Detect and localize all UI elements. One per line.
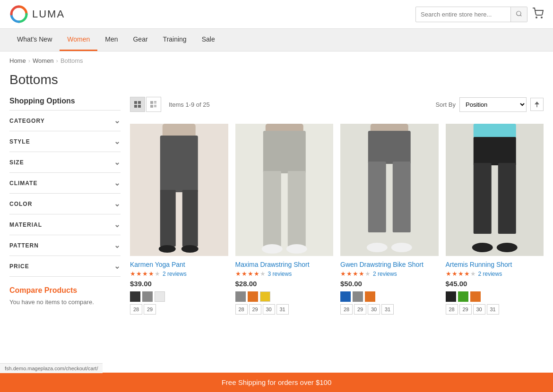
star-1: ★ [340, 270, 346, 277]
filter-group-size: SIZE ⌄ [9, 152, 121, 173]
star-3: ★ [248, 270, 253, 277]
filter-group-color: COLOR ⌄ [9, 194, 121, 214]
filter-groups: CATEGORY ⌄ STYLE ⌄ SIZE ⌄ CLIMATE ⌄ COLO… [9, 111, 121, 277]
size-swatch-0[interactable]: 28 [340, 304, 353, 315]
grid-icon [134, 101, 141, 108]
size-swatch-2[interactable]: 30 [473, 304, 485, 315]
svg-rect-8 [138, 105, 141, 108]
main-nav: What's NewWomenMenGearTrainingSale [0, 29, 553, 51]
size-swatch-0[interactable]: 28 [130, 304, 142, 315]
svg-point-32 [367, 243, 388, 252]
color-swatches [446, 291, 544, 302]
compare-title: Compare Products [9, 286, 121, 295]
filter-group-price: PRICE ⌄ [9, 256, 121, 277]
products-area: Items 1-9 of 25 Sort By Position Product… [130, 97, 544, 315]
product-grid: Karmen Yoga Pant ★★★★★ 2 reviews $39.00 … [130, 124, 544, 315]
logo-icon [9, 5, 28, 24]
size-swatch-0[interactable]: 28 [446, 304, 458, 315]
size-swatch-3[interactable]: 31 [487, 304, 499, 315]
reviews-link[interactable]: 2 reviews [478, 271, 502, 277]
stars-row: ★★★★★ 2 reviews [446, 270, 544, 277]
sort-direction-button[interactable] [530, 98, 544, 111]
product-image-wrap[interactable] [130, 124, 228, 256]
filter-header-climate[interactable]: CLIMATE ⌄ [9, 173, 121, 193]
filter-chevron-price: ⌄ [114, 262, 121, 271]
color-swatch-0[interactable] [340, 291, 351, 302]
size-swatch-2[interactable]: 30 [368, 304, 380, 315]
size-swatch-1[interactable]: 29 [249, 304, 261, 315]
color-swatch-0[interactable] [235, 291, 246, 302]
list-view-button[interactable] [146, 97, 161, 112]
size-swatch-0[interactable]: 28 [235, 304, 248, 315]
header-right [415, 7, 544, 22]
filter-chevron-color: ⌄ [114, 199, 121, 208]
star-2: ★ [452, 270, 458, 277]
size-swatch-1[interactable]: 29 [354, 304, 366, 315]
color-swatch-0[interactable] [130, 291, 140, 302]
size-swatch-1[interactable]: 29 [144, 304, 156, 315]
star-4: ★ [464, 270, 470, 277]
size-swatch-3[interactable]: 31 [276, 304, 289, 315]
product-image-wrap[interactable] [235, 124, 334, 256]
star-3: ★ [458, 270, 464, 277]
color-swatch-2[interactable] [470, 291, 481, 302]
cart-icon[interactable] [532, 8, 544, 21]
filter-header-price[interactable]: PRICE ⌄ [9, 256, 121, 276]
filter-header-style[interactable]: STYLE ⌄ [9, 131, 121, 152]
svg-point-26 [261, 244, 282, 254]
color-swatch-2[interactable] [365, 291, 375, 302]
reviews-link[interactable]: 2 reviews [163, 271, 187, 277]
nav-item-training[interactable]: Training [156, 29, 194, 50]
reviews-link[interactable]: 2 reviews [373, 271, 397, 277]
filter-header-material[interactable]: MATERIAL ⌄ [9, 214, 121, 235]
svg-rect-25 [287, 171, 305, 247]
sort-asc-icon [534, 101, 540, 108]
color-swatch-2[interactable] [260, 291, 270, 302]
search-button[interactable] [510, 7, 527, 22]
search-input[interactable] [416, 8, 510, 21]
grid-view-button[interactable] [130, 97, 145, 112]
nav-item-gear[interactable]: Gear [125, 29, 155, 50]
sort-select[interactable]: Position Product Name Price [459, 97, 527, 112]
size-swatch-3[interactable]: 31 [381, 304, 394, 315]
breadcrumb-women[interactable]: Women [33, 57, 54, 64]
svg-point-1 [517, 11, 521, 15]
nav-item-men[interactable]: Men [97, 29, 125, 50]
size-swatch-2[interactable]: 30 [263, 304, 275, 315]
product-name[interactable]: Gwen Drawstring Bike Short [340, 261, 439, 268]
size-swatches: 28293031 [235, 304, 334, 315]
product-name[interactable]: Maxima Drawstring Short [235, 261, 334, 268]
product-image-wrap[interactable] [340, 124, 439, 256]
nav-item-what's-new[interactable]: What's New [9, 29, 60, 50]
nav-item-women[interactable]: Women [60, 29, 97, 51]
size-swatch-1[interactable]: 29 [459, 304, 472, 315]
filter-header-pattern[interactable]: PATTERN ⌄ [9, 235, 121, 256]
svg-rect-7 [134, 105, 137, 108]
color-swatch-1[interactable] [353, 291, 363, 302]
stars: ★★★★★ [235, 270, 266, 277]
color-swatch-1[interactable] [248, 291, 258, 302]
search-icon [516, 10, 522, 17]
breadcrumb-current: Bottoms [60, 57, 83, 64]
filter-label-climate: CLIMATE [9, 180, 37, 187]
color-swatch-2[interactable] [155, 291, 165, 302]
sidebar: Shopping Options CATEGORY ⌄ STYLE ⌄ SIZE… [9, 97, 121, 315]
product-image-wrap[interactable] [446, 124, 544, 256]
filter-header-size[interactable]: SIZE ⌄ [9, 152, 121, 172]
filter-header-category[interactable]: CATEGORY ⌄ [9, 111, 121, 131]
color-swatch-1[interactable] [142, 291, 153, 302]
star-5: ★ [260, 270, 266, 277]
color-swatch-0[interactable] [446, 291, 456, 302]
svg-rect-9 [150, 101, 153, 104]
nav-item-sale[interactable]: Sale [194, 29, 223, 50]
color-swatch-1[interactable] [458, 291, 468, 302]
product-name[interactable]: Artemis Running Short [446, 261, 544, 268]
filter-label-style: STYLE [9, 138, 30, 145]
product-name[interactable]: Karmen Yoga Pant [130, 261, 228, 268]
filter-group-material: MATERIAL ⌄ [9, 214, 121, 235]
breadcrumb-home[interactable]: Home [9, 57, 26, 64]
reviews-link[interactable]: 3 reviews [268, 271, 292, 277]
product-card: Maxima Drawstring Short ★★★★★ 3 reviews … [235, 124, 334, 315]
filter-header-color[interactable]: COLOR ⌄ [9, 194, 121, 214]
color-swatches [235, 291, 334, 302]
